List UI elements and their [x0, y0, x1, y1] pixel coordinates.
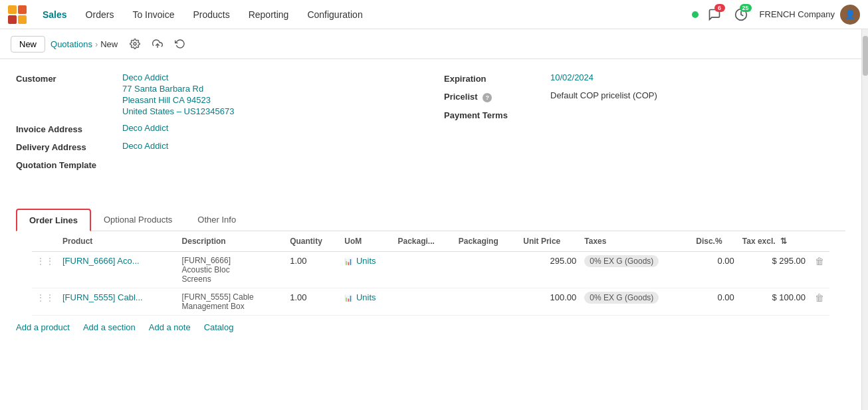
top-navigation: Sales Orders To Invoice Products Reporti… — [0, 0, 868, 29]
online-status-icon — [692, 11, 699, 18]
refresh-icon-btn[interactable] — [171, 35, 189, 53]
expiration-field-row: Expiration 10/02/2024 — [444, 72, 845, 84]
quantity-row2[interactable]: 1.00 — [290, 292, 306, 302]
toolbar-icons — [126, 35, 189, 53]
scrollbar-thumb[interactable] — [863, 36, 868, 76]
table-row: ⋮⋮ [FURN_5555] Cabl... [FURN_5555] Cable… — [32, 288, 829, 316]
packaging-row2 — [455, 288, 520, 316]
add-section-link[interactable]: Add a section — [83, 322, 136, 332]
delete-row1-button[interactable]: 🗑 — [814, 255, 825, 268]
expiration-label: Expiration — [444, 72, 550, 84]
unit-icon-row1: 📊 — [344, 258, 352, 265]
customer-address1[interactable]: 77 Santa Barbara Rd — [122, 84, 234, 94]
svg-rect-0 — [8, 5, 17, 14]
nav-sales[interactable]: Sales — [33, 0, 76, 29]
uom-row2[interactable]: Units — [356, 292, 376, 302]
description-row2: [FURN_5555] Cable Management Box — [182, 292, 282, 311]
scrollbar-track[interactable] — [861, 29, 868, 410]
invoice-address-value[interactable]: Deco Addict — [122, 123, 168, 133]
nav-reporting[interactable]: Reporting — [239, 0, 298, 29]
drag-handle-row1[interactable]: ⋮⋮ — [36, 256, 54, 266]
disc-row2[interactable]: 0.00 — [696, 292, 734, 302]
invoice-address-label: Invoice Address — [16, 123, 122, 134]
customer-value-stack: Deco Addict 77 Santa Barbara Rd Pleasant… — [122, 72, 234, 116]
unit-price-row1[interactable]: 295.00 — [523, 256, 576, 266]
breadcrumb-parent[interactable]: Quotations — [51, 39, 92, 49]
taxes-row1[interactable]: 0% EX G (Goods) — [584, 255, 659, 267]
col-delete-header — [810, 231, 829, 252]
cloud-upload-icon-btn[interactable] — [148, 35, 167, 53]
pricelist-help-icon[interactable]: ? — [483, 93, 492, 102]
activity-button[interactable]: 25 — [730, 4, 752, 25]
nav-orders[interactable]: Orders — [76, 0, 124, 29]
main-content: New Quotations › New — [0, 29, 861, 410]
quantity-row1[interactable]: 1.00 — [290, 256, 306, 266]
svg-rect-3 — [18, 15, 27, 24]
customer-field-row: Customer Deco Addict 77 Santa Barbara Rd… — [16, 72, 417, 116]
product-link-row2[interactable]: [FURN_5555] Cabl... — [62, 292, 143, 302]
uom-row1[interactable]: Units — [356, 256, 376, 266]
tabs: Order Lines Optional Products Other Info — [16, 209, 845, 231]
pricelist-value[interactable]: Default COP pricelist (COP) — [550, 90, 657, 100]
customer-address2[interactable]: Pleasant Hill CA 94523 — [122, 95, 234, 105]
nav-configuration[interactable]: Configuration — [298, 0, 372, 29]
col-uom-header: UoM — [340, 231, 393, 252]
add-note-link[interactable]: Add a note — [149, 322, 191, 332]
taxes-row2[interactable]: 0% EX G (Goods) — [584, 292, 659, 304]
app-logo[interactable] — [8, 5, 27, 24]
unit-price-row2[interactable]: 100.00 — [523, 292, 576, 302]
breadcrumb-separator: › — [95, 39, 98, 49]
payment-terms-field-row: Payment Terms — [444, 109, 845, 120]
delivery-address-field-row: Delivery Address Deco Addict — [16, 141, 417, 152]
quotation-template-label: Quotation Template — [16, 159, 122, 170]
invoice-address-field-row: Invoice Address Deco Addict — [16, 123, 417, 134]
svg-rect-1 — [18, 5, 27, 14]
product-link-row1[interactable]: [FURN_6666] Aco... — [62, 256, 140, 266]
customer-label: Customer — [16, 72, 122, 84]
breadcrumb-current: New — [100, 39, 118, 49]
packaging-row1 — [455, 252, 520, 288]
tax-excl-row2: $ 100.00 — [742, 292, 806, 302]
col-description-header: Description — [178, 231, 286, 252]
tab-order-lines[interactable]: Order Lines — [16, 209, 91, 231]
nav-right: 6 25 FRENCH Company 👤 — [692, 4, 860, 25]
messages-button[interactable]: 6 — [704, 4, 725, 25]
packaging-qty-row1 — [394, 252, 455, 288]
disc-row1[interactable]: 0.00 — [696, 256, 734, 266]
settings-icon-btn[interactable] — [126, 35, 144, 53]
new-button[interactable]: New — [11, 36, 45, 52]
tab-optional-products[interactable]: Optional Products — [91, 209, 185, 231]
company-name: FRENCH Company — [760, 9, 835, 19]
toolbar: New Quotations › New — [0, 29, 861, 59]
col-unit-price-header: Unit Price — [519, 231, 580, 252]
column-adjust-icon[interactable]: ⇅ — [780, 237, 787, 246]
expiration-value[interactable]: 10/02/2024 — [550, 72, 594, 82]
add-row-section: Add a product Add a section Add a note C… — [0, 316, 861, 339]
svg-point-5 — [134, 43, 136, 45]
drag-handle-row2[interactable]: ⋮⋮ — [36, 292, 54, 303]
quotation-template-field-row: Quotation Template — [16, 159, 417, 170]
payment-terms-label: Payment Terms — [444, 109, 550, 120]
delivery-address-value[interactable]: Deco Addict — [122, 141, 168, 151]
breadcrumb: Quotations › New — [51, 39, 118, 49]
tab-other-info[interactable]: Other Info — [185, 209, 249, 231]
catalog-link[interactable]: Catalog — [204, 322, 234, 332]
pricelist-field-row: Pricelist ? Default COP pricelist (COP) — [444, 90, 845, 102]
tax-excl-row1: $ 295.00 — [742, 256, 806, 266]
delete-row2-button[interactable]: 🗑 — [814, 291, 825, 304]
table-row: ⋮⋮ [FURN_6666] Aco... [FURN_6666] Acoust… — [32, 252, 829, 288]
description-line2-row1: Acoustic Bloc — [182, 265, 282, 274]
add-product-link[interactable]: Add a product — [16, 322, 70, 332]
nav-to-invoice[interactable]: To Invoice — [123, 0, 183, 29]
col-drag — [32, 231, 58, 252]
user-avatar[interactable]: 👤 — [840, 5, 860, 25]
customer-address3[interactable]: United States – US12345673 — [122, 106, 234, 116]
col-disc-header: Disc.% — [692, 231, 738, 252]
order-lines-table-wrapper: Product Description Quantity UoM Packagi… — [0, 231, 861, 316]
nav-products[interactable]: Products — [183, 0, 239, 29]
delivery-address-label: Delivery Address — [16, 141, 122, 152]
form-area: Customer Deco Addict 77 Santa Barbara Rd… — [0, 59, 861, 198]
customer-name[interactable]: Deco Addict — [122, 72, 234, 82]
unit-icon-row2: 📊 — [344, 294, 352, 302]
col-tax-excl-header: Tax excl. ⇅ — [738, 231, 810, 252]
